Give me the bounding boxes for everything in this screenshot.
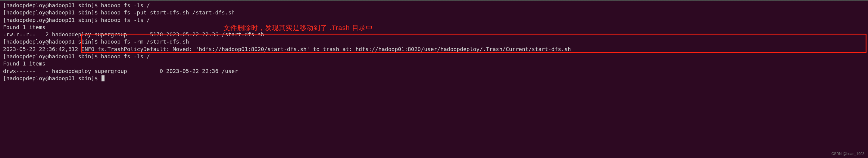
terminal-output: Found 1 items bbox=[3, 24, 865, 31]
output-text: Found 1 items bbox=[3, 61, 45, 67]
output-text: 2023-05-22 22:36:42,612 INFO fs.TrashPol… bbox=[3, 46, 571, 52]
terminal-line: [hadoopdeploy@hadoop01 sbin]$ hadoop fs … bbox=[3, 38, 865, 45]
command-text: hadoop fs -ls / bbox=[101, 17, 150, 23]
annotation-text: 文件删除时，发现其实是移动到了 .Trash 目录中 bbox=[223, 24, 373, 33]
terminal-line[interactable]: [hadoopdeploy@hadoop01 sbin]$ bbox=[3, 75, 865, 82]
shell-prompt: [hadoopdeploy@hadoop01 sbin]$ bbox=[3, 53, 101, 60]
shell-prompt: [hadoopdeploy@hadoop01 sbin]$ bbox=[3, 2, 101, 8]
terminal-output: -rw-r--r-- 2 hadoopdeploy supergroup 517… bbox=[3, 31, 865, 38]
shell-prompt: [hadoopdeploy@hadoop01 sbin]$ bbox=[3, 38, 101, 45]
window-top-border bbox=[0, 0, 868, 1]
watermark: CSDN @huan_1993 bbox=[831, 151, 864, 156]
command-text: hadoop fs -ls / bbox=[101, 2, 150, 8]
terminal-line: [hadoopdeploy@hadoop01 sbin]$ hadoop fs … bbox=[3, 53, 865, 60]
output-text: Found 1 items bbox=[3, 24, 45, 30]
terminal-output: Found 1 items bbox=[3, 60, 865, 67]
terminal-cursor bbox=[101, 75, 104, 81]
terminal-line: [hadoopdeploy@hadoop01 sbin]$ hadoop fs … bbox=[3, 16, 865, 24]
command-text: hadoop fs -put start-dfs.sh /start-dfs.s… bbox=[101, 9, 235, 15]
command-text: hadoop fs -rm /start-dfs.sh bbox=[101, 38, 189, 45]
output-text: drwx------ - hadoopdeploy supergroup 0 2… bbox=[3, 68, 238, 74]
terminal-output: drwx------ - hadoopdeploy supergroup 0 2… bbox=[3, 68, 865, 75]
shell-prompt: [hadoopdeploy@hadoop01 sbin]$ bbox=[3, 9, 101, 15]
terminal-line: [hadoopdeploy@hadoop01 sbin]$ hadoop fs … bbox=[3, 9, 865, 16]
shell-prompt: [hadoopdeploy@hadoop01 sbin]$ bbox=[3, 75, 101, 81]
terminal-output: 2023-05-22 22:36:42,612 INFO fs.TrashPol… bbox=[3, 46, 865, 53]
command-text: hadoop fs -ls / bbox=[101, 53, 150, 60]
terminal-line: [hadoopdeploy@hadoop01 sbin]$ hadoop fs … bbox=[3, 2, 865, 9]
shell-prompt: [hadoopdeploy@hadoop01 sbin]$ bbox=[3, 17, 101, 23]
